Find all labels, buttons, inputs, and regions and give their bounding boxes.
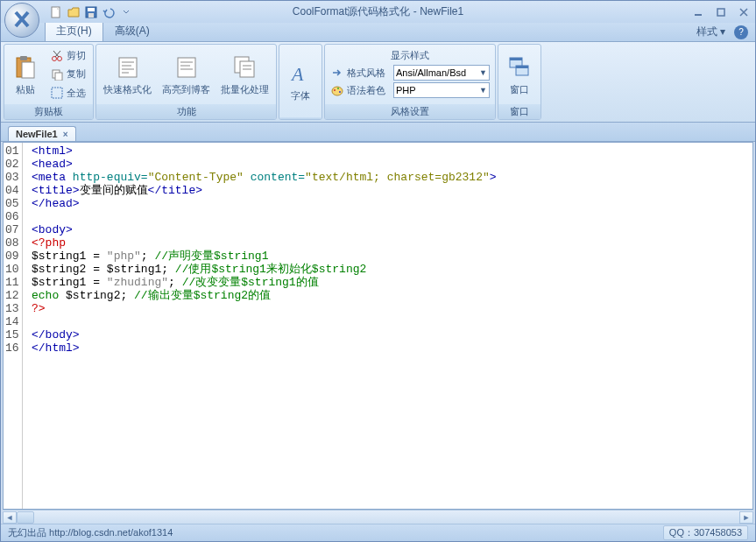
selectall-icon bbox=[50, 86, 64, 100]
svg-rect-14 bbox=[119, 58, 137, 77]
window-button[interactable]: 窗口 bbox=[500, 46, 539, 102]
palette-icon bbox=[330, 83, 344, 97]
quick-access-toolbar bbox=[48, 4, 134, 20]
group-clipboard: 粘贴 剪切 复制 全选 剪贴板 bbox=[4, 44, 94, 120]
file-tab[interactable]: NewFile1 × bbox=[8, 126, 76, 141]
titlebar: CoolFormat源代码格式化 - NewFile1 bbox=[1, 1, 755, 23]
status-right: QQ：307458053 bbox=[663, 525, 748, 540]
new-file-icon[interactable] bbox=[48, 4, 64, 20]
cut-button[interactable]: 剪切 bbox=[47, 48, 88, 64]
font-button[interactable]: A字体 bbox=[281, 46, 320, 116]
svg-rect-19 bbox=[178, 58, 195, 77]
open-folder-icon[interactable] bbox=[66, 4, 81, 20]
svg-rect-7 bbox=[20, 56, 27, 60]
svg-rect-2 bbox=[88, 8, 95, 11]
scroll-right-icon[interactable]: ► bbox=[739, 511, 753, 524]
tab-home[interactable]: 主页(H) bbox=[45, 20, 103, 41]
group-window: 窗口 窗口 bbox=[498, 44, 541, 120]
quick-format-button[interactable]: 快速格式化 bbox=[98, 46, 157, 102]
copy-button[interactable]: 复制 bbox=[47, 67, 88, 82]
svg-point-29 bbox=[334, 89, 336, 91]
line-gutter: 01 02 03 04 05 06 07 08 09 10 11 12 13 1… bbox=[4, 143, 23, 509]
svg-rect-12 bbox=[55, 73, 62, 81]
batch-button[interactable]: 批量化处理 bbox=[215, 46, 274, 102]
editor[interactable]: 01 02 03 04 05 06 07 08 09 10 11 12 13 1… bbox=[3, 142, 753, 510]
svg-point-31 bbox=[339, 91, 341, 93]
syntax-combo[interactable]: PHP▼ bbox=[393, 82, 490, 98]
window-title: CoolFormat源代码格式化 - NewFile1 bbox=[293, 4, 463, 19]
undo-icon[interactable] bbox=[101, 4, 117, 20]
copy-icon bbox=[50, 67, 64, 81]
close-tab-icon[interactable]: × bbox=[63, 130, 68, 139]
highlight-blog-button[interactable]: 高亮到博客 bbox=[157, 46, 215, 102]
statusbar: 无幻出品 http://blog.csdn.net/akof1314 QQ：30… bbox=[1, 524, 755, 541]
chevron-down-icon: ▼ bbox=[479, 86, 487, 95]
scroll-thumb[interactable] bbox=[17, 511, 34, 524]
help-icon[interactable]: ? bbox=[734, 25, 748, 39]
svg-rect-35 bbox=[516, 66, 528, 68]
tab-advanced[interactable]: 高级(A) bbox=[103, 20, 161, 41]
svg-point-10 bbox=[58, 56, 62, 60]
app-icon[interactable] bbox=[4, 3, 39, 38]
chevron-down-icon: ▼ bbox=[479, 68, 487, 77]
horizontal-scrollbar[interactable]: ◄ ► bbox=[3, 510, 753, 524]
svg-rect-8 bbox=[22, 62, 34, 78]
svg-rect-3 bbox=[88, 13, 94, 18]
svg-point-9 bbox=[53, 56, 57, 60]
arrow-right-icon bbox=[330, 66, 344, 80]
ribbon: 粘贴 剪切 复制 全选 剪贴板 快速格式化 高亮到博客 批量化处理 功能 A字体 bbox=[1, 42, 755, 123]
qat-dropdown-icon[interactable] bbox=[118, 4, 134, 20]
file-tabbar: NewFile1 × bbox=[1, 123, 755, 142]
ribbon-tabbar: 主页(H) 高级(A) 样式 ▾ ? bbox=[1, 23, 755, 42]
close-button[interactable] bbox=[736, 5, 752, 19]
group-style: 显示样式 格式风格 Ansi/Allman/Bsd▼ 语法着色 PHP▼ 风格设… bbox=[324, 44, 496, 120]
group-function: 快速格式化 高亮到博客 批量化处理 功能 bbox=[95, 44, 277, 120]
code-area[interactable]: <html> <head> <meta http-equiv="Content-… bbox=[23, 143, 752, 509]
svg-text:A: A bbox=[290, 63, 304, 85]
scroll-left-icon[interactable]: ◄ bbox=[3, 511, 17, 524]
scissors-icon bbox=[50, 49, 64, 63]
selectall-button[interactable]: 全选 bbox=[47, 85, 88, 101]
save-icon[interactable] bbox=[83, 4, 99, 20]
status-left: 无幻出品 http://blog.csdn.net/akof1314 bbox=[8, 526, 173, 539]
svg-rect-13 bbox=[52, 88, 62, 98]
svg-point-30 bbox=[337, 88, 339, 89]
styles-dropdown[interactable]: 样式 ▾ bbox=[691, 23, 731, 41]
maximize-button[interactable] bbox=[713, 5, 729, 19]
svg-point-28 bbox=[332, 87, 343, 95]
group-font: A字体 bbox=[279, 44, 322, 120]
paste-button[interactable]: 粘贴 bbox=[6, 46, 45, 102]
svg-rect-33 bbox=[510, 58, 522, 60]
format-style-combo[interactable]: Ansi/Allman/Bsd▼ bbox=[393, 65, 490, 81]
svg-rect-5 bbox=[717, 9, 724, 16]
minimize-button[interactable] bbox=[690, 5, 706, 19]
